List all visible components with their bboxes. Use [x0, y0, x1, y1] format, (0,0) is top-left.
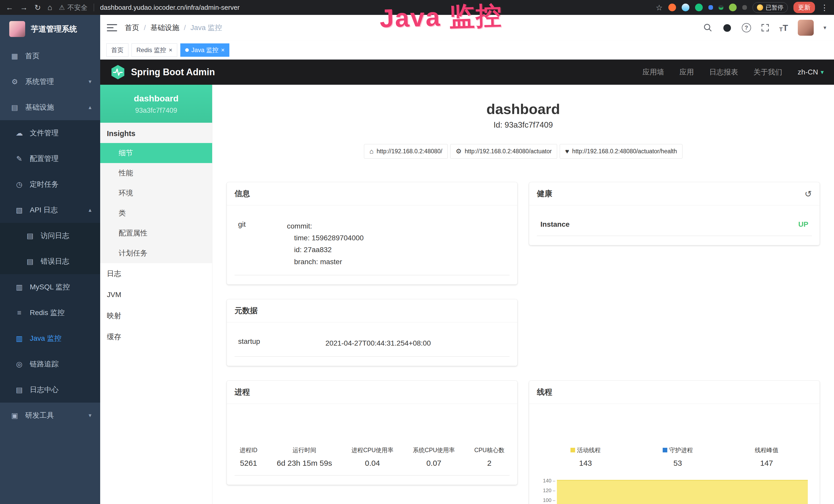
sba-nav-applications[interactable]: 应用 — [680, 67, 694, 77]
close-icon[interactable]: × — [169, 47, 172, 53]
edit-icon: ✎ — [15, 155, 24, 163]
sidebar-item-config-manage[interactable]: ✎ 配置管理 — [0, 146, 100, 171]
sba-item-mappings[interactable]: 映射 — [100, 305, 212, 326]
threads-chart: 140 120 100 — [537, 478, 812, 504]
leaf-extension-icon[interactable] — [729, 4, 737, 11]
service-url-link[interactable]: ⌂ http://192.168.0.2:48080/ — [364, 144, 448, 159]
process-card: 进程 进程ID5261 运行时间6d 23h 15m 59s 进程CPU使用率0… — [227, 381, 517, 485]
wrench-icon: ⚙ — [456, 147, 462, 155]
sidebar-item-infra[interactable]: ▤ 基础设施 ▴ — [0, 94, 100, 120]
breadcrumb-separator: / — [184, 24, 186, 32]
threads-card-title: 线程 — [537, 387, 552, 397]
back-icon[interactable]: ← — [6, 3, 13, 12]
sba-item-environment[interactable]: 环境 — [100, 183, 212, 203]
instance-links: ⌂ http://192.168.0.2:48080/ ⚙ http://192… — [213, 144, 834, 159]
home-icon: ⌂ — [369, 147, 373, 155]
chevron-down-icon: ▾ — [89, 78, 91, 85]
app-logo[interactable]: 芋道管理系统 — [0, 15, 100, 43]
document-icon: ▤ — [26, 257, 35, 266]
document-icon: ▤ — [15, 386, 24, 394]
spring-boot-admin-logo-icon — [110, 65, 125, 80]
cloud-icon: ☁ — [15, 129, 24, 137]
extension-icon-7[interactable] — [742, 5, 747, 10]
breadcrumb-infra[interactable]: 基础设施 — [151, 23, 179, 32]
puzzle-extension-icon[interactable] — [708, 5, 713, 10]
threads-legend: 活动线程 143 守护进程 53 线程峰值 147 — [537, 446, 812, 467]
extension-icon-2[interactable] — [682, 4, 689, 11]
sidebar-item-scheduled-task[interactable]: ◷ 定时任务 — [0, 171, 100, 197]
update-button[interactable]: 更新 — [793, 2, 815, 13]
sba-item-caches[interactable]: 缓存 — [100, 326, 212, 347]
tab-redis-monitor[interactable]: Redis 监控 × — [132, 43, 177, 57]
chevron-up-icon: ▴ — [89, 104, 91, 111]
breadcrumb-home[interactable]: 首页 — [125, 23, 139, 32]
help-icon[interactable]: ? — [742, 23, 751, 32]
metadata-value: 2021-04-27T00:44:31.254+08:00 — [325, 337, 431, 349]
sba-nav-about[interactable]: 关于我们 — [753, 67, 782, 77]
browser-chrome: ← → ↻ ⌂ ⚠ 不安全 dashboard.yudao.iocoder.cn… — [0, 0, 834, 15]
instance-header[interactable]: dashboard 93a3fc7f7409 — [100, 85, 212, 123]
sba-item-classes[interactable]: 类 — [100, 203, 212, 223]
sidebar-item-log-center[interactable]: ▤ 日志中心 — [0, 377, 100, 403]
history-icon[interactable]: ↺ — [805, 189, 812, 199]
extension-icon-1[interactable] — [668, 4, 676, 11]
forward-icon[interactable]: → — [20, 3, 28, 12]
gear-icon: ⚙ — [10, 77, 19, 86]
info-value: commit: time: 1596289704000 id: 27aa832 … — [287, 220, 364, 268]
logo-avatar — [9, 21, 25, 37]
actuator-url-link[interactable]: ⚙ http://192.168.0.2:48080/actuator — [450, 144, 557, 159]
sba-item-config-props[interactable]: 配置属性 — [100, 223, 212, 243]
sba-brand[interactable]: Spring Boot Admin — [131, 67, 215, 77]
sba-item-metrics[interactable]: 性能 — [100, 163, 212, 183]
instance-name: dashboard — [103, 93, 210, 104]
metadata-card: 元数据 startup 2021-04-27T00:44:31.254+08:0… — [227, 299, 517, 366]
process-stats: 进程ID5261 运行时间6d 23h 15m 59s 进程CPU使用率0.04… — [235, 446, 510, 476]
threads-card: 线程 活动线程 143 守护进程 53 — [529, 381, 820, 504]
chevron-down-icon: ▾ — [89, 412, 91, 419]
sidebar-item-mysql-monitor[interactable]: ▥ MySQL 监控 — [0, 274, 100, 300]
tab-home[interactable]: 首页 — [106, 43, 128, 57]
live-threads-area — [557, 480, 808, 504]
sidebar-item-java-monitor[interactable]: ▥ Java 监控 — [0, 325, 100, 351]
sba-nav-wallboard[interactable]: 应用墙 — [643, 67, 664, 77]
tab-java-monitor[interactable]: Java 监控 × — [180, 43, 229, 57]
sba-item-details[interactable]: 细节 — [100, 143, 212, 163]
sidebar-item-error-log[interactable]: ▤ 错误日志 — [0, 249, 100, 274]
reload-icon[interactable]: ↻ — [35, 3, 41, 12]
extension-icon-3[interactable] — [695, 4, 703, 11]
address-bar[interactable]: ⚠ 不安全 dashboard.yudao.iocoder.cn/infra/a… — [59, 3, 240, 12]
bookmark-star-icon[interactable]: ☆ — [656, 3, 663, 12]
close-icon[interactable]: × — [221, 47, 224, 53]
sidebar-item-file-manage[interactable]: ☁ 文件管理 — [0, 120, 100, 146]
sidebar-item-redis-monitor[interactable]: ≡ Redis 监控 — [0, 300, 100, 325]
fullscreen-icon[interactable] — [761, 23, 770, 32]
sidebar-item-api-log[interactable]: ▧ API 日志 ▴ — [0, 197, 100, 223]
sidebar-item-home[interactable]: ▦ 首页 — [0, 43, 100, 69]
security-label: 不安全 — [68, 3, 88, 12]
collapse-sidebar-icon[interactable] — [107, 24, 117, 31]
font-size-icon[interactable]: TT — [779, 23, 788, 33]
switch-on-extension-icon[interactable] — [719, 5, 723, 10]
sba-item-logs[interactable]: 日志 — [100, 263, 212, 284]
home-icon[interactable]: ⌂ — [47, 3, 52, 12]
sidebar-item-dev-tools[interactable]: ▣ 研发工具 ▾ — [0, 403, 100, 428]
user-avatar[interactable] — [798, 20, 814, 36]
search-icon[interactable] — [703, 23, 712, 32]
sba-item-jvm[interactable]: JVM — [100, 284, 212, 305]
paused-badge[interactable]: 已暂停 — [752, 2, 788, 13]
sba-nav-journal[interactable]: 日志报表 — [709, 67, 738, 77]
tags-view-bar: 首页 Redis 监控 × Java 监控 × — [100, 41, 834, 60]
github-icon[interactable] — [722, 23, 732, 32]
sba-item-scheduled-tasks[interactable]: 计划任务 — [100, 243, 212, 263]
avatar-caret-icon[interactable]: ▾ — [824, 24, 826, 31]
sba-locale-select[interactable]: zh-CN ▾ — [798, 68, 824, 76]
active-dot-icon — [185, 48, 189, 52]
chevron-up-icon: ▴ — [89, 207, 91, 213]
sidebar-item-access-log[interactable]: ▤ 访问日志 — [0, 223, 100, 249]
monitor-icon: ▥ — [15, 283, 24, 292]
sba-sidebar: dashboard 93a3fc7f7409 Insights 细节 性能 环境… — [100, 85, 213, 504]
browser-menu-icon[interactable]: ⋮ — [821, 3, 828, 12]
sidebar-item-trace[interactable]: ◎ 链路追踪 — [0, 351, 100, 377]
health-url-link[interactable]: ♥ http://192.168.0.2:48080/actuator/heal… — [560, 144, 682, 159]
sidebar-item-system[interactable]: ⚙ 系统管理 ▾ — [0, 69, 100, 94]
